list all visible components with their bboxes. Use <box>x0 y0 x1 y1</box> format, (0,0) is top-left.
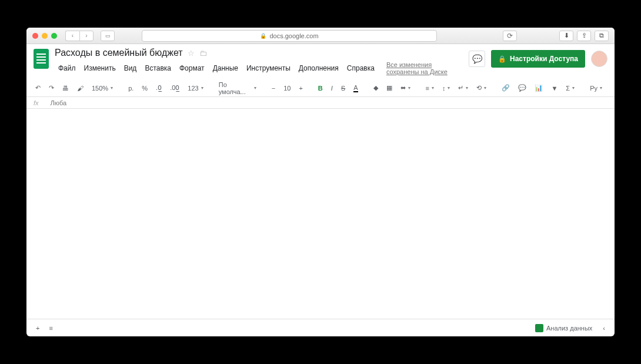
browser-actions: ⬇ ⇪ ⧉ <box>559 31 609 41</box>
undo-button[interactable]: ↶ <box>34 83 42 93</box>
fx-value: Люба <box>51 99 67 106</box>
redo-button[interactable]: ↷ <box>47 83 56 93</box>
sheet-tab-bar: + ≡ Анализ данных ‹ <box>26 319 615 336</box>
print-button[interactable]: 🖶 <box>61 84 71 93</box>
borders-button[interactable]: ▦ <box>385 83 394 93</box>
move-icon[interactable]: 🗀 <box>199 49 207 58</box>
paint-format-button[interactable]: 🖌 <box>75 84 85 93</box>
share-button[interactable]: 🔒 Настройки Доступа <box>491 50 585 68</box>
reader-button[interactable]: ⟳ <box>503 31 517 41</box>
explore-button[interactable]: Анализ данных <box>530 322 597 335</box>
currency-button[interactable]: р. <box>126 84 135 93</box>
menu-bar: Файл Изменить Вид Вставка Формат Данные … <box>55 59 469 77</box>
spreadsheet-grid[interactable] <box>26 109 615 319</box>
menu-file[interactable]: Файл <box>55 62 79 74</box>
minimize-window-button[interactable] <box>42 33 48 39</box>
save-status[interactable]: Все изменения сохранены на Диске <box>383 59 469 77</box>
explore-label: Анализ данных <box>546 325 592 332</box>
all-sheets-button[interactable]: ≡ <box>45 322 56 334</box>
font-size-increase[interactable]: + <box>297 84 304 93</box>
collapse-toolbar-button[interactable]: ㅅ <box>613 82 615 93</box>
formula-bar[interactable]: fx Люба <box>26 97 615 109</box>
tabs-button[interactable]: ⧉ <box>595 31 609 41</box>
font-size-decrease[interactable]: − <box>270 84 277 93</box>
menu-format[interactable]: Формат <box>176 62 208 74</box>
menu-view[interactable]: Вид <box>121 62 141 74</box>
rotate-button[interactable]: ⟲ <box>475 83 488 93</box>
input-tools-button[interactable]: Ру <box>588 84 604 93</box>
number-format-button[interactable]: 123 <box>186 84 205 93</box>
browser-toolbar: ‹ › ▭ 🔒 docs.google.com ⟳ ⬇ ⇪ ⧉ <box>26 28 615 44</box>
menu-addons[interactable]: Дополнения <box>295 62 342 74</box>
dec-decrease-button[interactable]: .0̲ <box>154 83 163 93</box>
nav-buttons: ‹ › <box>65 31 94 41</box>
format-toolbar: ↶ ↷ 🖶 🖌 150% р. % .0̲ .00̲ 123 По умолча… <box>26 79 615 97</box>
explore-icon <box>535 324 543 332</box>
font-select[interactable]: По умолча... <box>217 80 258 96</box>
menu-insert[interactable]: Вставка <box>141 62 175 74</box>
filter-button[interactable]: ▼ <box>549 84 559 93</box>
fx-label: fx <box>34 99 39 106</box>
star-icon[interactable]: ☆ <box>188 49 195 58</box>
window-controls <box>32 33 57 39</box>
strike-button[interactable]: S <box>339 84 347 93</box>
menu-help[interactable]: Справка <box>343 62 378 74</box>
menu-data[interactable]: Данные <box>209 62 242 74</box>
maximize-window-button[interactable] <box>51 33 57 39</box>
lock-icon: 🔒 <box>498 55 506 63</box>
add-sheet-button[interactable]: + <box>32 322 43 334</box>
document-header: Расходы в семейный бюджет ☆ 🗀 Файл Измен… <box>26 44 615 77</box>
menu-edit[interactable]: Изменить <box>81 62 119 74</box>
sheets-icon[interactable] <box>34 49 49 69</box>
download-button[interactable]: ⬇ <box>559 31 573 41</box>
comments-button[interactable]: 💬 <box>469 51 485 67</box>
close-window-button[interactable] <box>32 33 38 39</box>
wrap-button[interactable]: ↵ <box>456 83 470 93</box>
link-button[interactable]: 🔗 <box>500 83 512 93</box>
lock-icon: 🔒 <box>260 33 266 39</box>
font-size-input[interactable]: 10 <box>282 84 292 93</box>
forward-button[interactable]: › <box>79 31 94 41</box>
dec-increase-button[interactable]: .00̲ <box>168 83 181 93</box>
zoom-select[interactable]: 150% <box>90 84 115 93</box>
sidebar-button[interactable]: ▭ <box>101 31 115 41</box>
account-avatar[interactable] <box>591 51 607 67</box>
address-bar[interactable]: 🔒 docs.google.com <box>142 30 437 42</box>
comment-button[interactable]: 💬 <box>516 83 528 93</box>
app-window: ‹ › ▭ 🔒 docs.google.com ⟳ ⬇ ⇪ ⧉ Расходы … <box>26 28 615 336</box>
italic-button[interactable]: I <box>329 84 335 93</box>
valign-button[interactable]: ↕ <box>440 84 452 93</box>
functions-button[interactable]: Σ <box>564 84 576 93</box>
back-button[interactable]: ‹ <box>65 31 79 41</box>
percent-button[interactable]: % <box>140 84 149 93</box>
halign-button[interactable]: ≡ <box>424 84 436 93</box>
share-label: Настройки Доступа <box>510 55 578 63</box>
scroll-tabs-button[interactable]: ‹ <box>599 322 609 334</box>
text-color-button[interactable]: A <box>352 83 359 93</box>
menu-tools[interactable]: Инструменты <box>243 62 294 74</box>
chart-button[interactable]: 📊 <box>533 83 545 93</box>
document-title[interactable]: Расходы в семейный бюджет <box>55 48 183 58</box>
merge-button[interactable]: ⬌ <box>399 83 412 93</box>
bold-button[interactable]: B <box>316 84 325 93</box>
fill-color-button[interactable]: ◆ <box>372 83 380 93</box>
url-text: docs.google.com <box>269 32 318 39</box>
share-browser-button[interactable]: ⇪ <box>577 31 591 41</box>
